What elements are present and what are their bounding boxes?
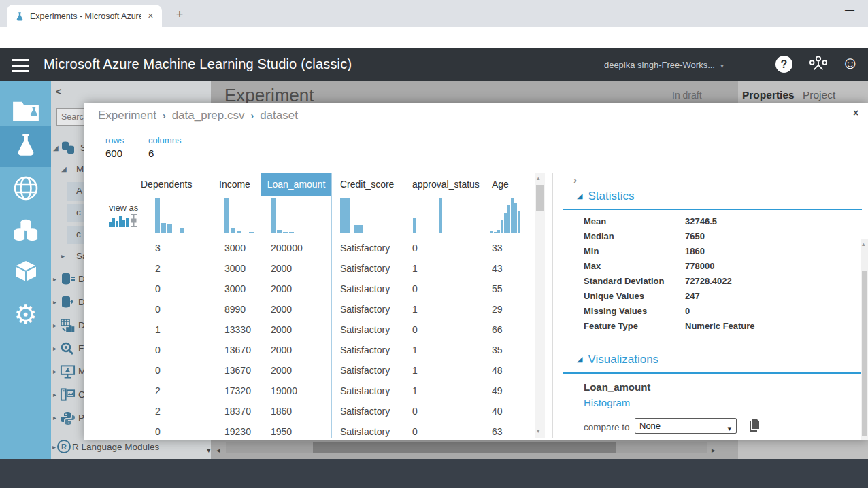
breadcrumb-experiment[interactable]: Experiment [98,109,156,122]
visualizations-section-header[interactable]: ◢Visualizations [577,353,658,366]
table-cell: 1860 [271,401,332,421]
tree-expanded-icon[interactable]: ◢ [61,165,67,173]
column-header-Age[interactable]: Age [492,173,535,196]
visualizations-underline [563,372,862,374]
breadcrumb-dataset: dataset [260,109,298,122]
favicon-flask-icon [15,12,24,21]
tree-collapsed-icon[interactable]: ▸ [53,414,56,421]
table-cell: 1950 [271,421,332,440]
table-cell: 2000 [271,258,332,279]
table-vscrollbar[interactable] [535,173,545,438]
table-cell: 0 [412,238,487,258]
browser-url-bar: ← → studio.azureml.net/Home/ViewWorkspac… [0,27,868,48]
table-cell: Satisfactory [340,340,412,360]
tree-collapsed-icon[interactable]: ▸ [53,345,56,352]
sidebar-item-experiments[interactable] [0,126,51,167]
grid-icon [60,318,75,336]
chevron-right-icon: › [163,110,166,121]
people-icon[interactable] [808,54,829,75]
tree-collapsed-icon[interactable]: ▸ [53,275,56,283]
mag-icon [60,341,75,359]
table-cell: 18370 [224,401,261,421]
panel-scroll-up-icon[interactable]: ▴ [862,241,865,247]
column-mini-histogram-Credit_score [340,198,367,233]
breadcrumb-dataset-file[interactable]: data_prep.csv [172,109,245,122]
table-cell: 17320 [224,381,261,401]
sidebar-item-trained-models[interactable] [0,252,51,293]
palette-collapse-icon[interactable]: < [56,86,61,97]
table-cell: 0 [155,421,207,440]
feedback-smiley-icon[interactable]: ☺ [841,53,859,73]
help-button[interactable]: ? [775,56,792,73]
column-header-Credit_score[interactable]: Credit_score [340,173,412,196]
table-cell: 2000 [271,299,332,319]
table-cell: 3000 [224,279,261,299]
sidebar-item-settings[interactable]: ⚙ [0,294,51,335]
tab-project[interactable]: Project [803,89,835,101]
palette-scroll-down-icon[interactable]: ▾ [207,446,211,455]
stat-label: Median [584,231,614,241]
table-cell: 55 [492,279,535,299]
column-header-approval_status[interactable]: approval_status [412,173,487,196]
panel-collapse-chevron-icon[interactable]: › [573,174,577,186]
column-header-Dependents[interactable]: Dependents [141,173,207,196]
tree-collapsed-icon[interactable]: ▸ [53,368,56,375]
new-tab-button[interactable]: + [171,7,188,23]
stat-value: 247 [685,291,700,301]
expander-icon: ◢ [577,192,582,200]
column-values-Loan_amount: 2000002000200020002000200020001900018601… [271,238,332,440]
tab-properties[interactable]: Properties [742,89,795,101]
tab-close-icon[interactable]: × [145,10,156,22]
column-values-Income: 3000300030008990133301367013670173201837… [224,238,261,440]
statistics-section-header[interactable]: ◢Statistics [577,190,635,203]
tree-collapsed-icon[interactable]: ▸ [53,391,56,398]
palette-item-label: R Language Modules [72,442,159,452]
table-cell: Satisfactory [340,381,412,401]
palette-item[interactable]: ▸RR Language Modules [51,438,211,457]
stat-row: Feature TypeNumeric Feature [584,321,856,336]
sidebar-item-projects[interactable] [0,90,51,131]
sidebar-item-web-services[interactable] [0,168,51,209]
table-cell: 40 [492,401,535,421]
tree-collapsed-icon[interactable]: ▸ [52,443,56,451]
table-cell: Satisfactory [340,299,412,319]
compare-to-select[interactable]: None ▾ [635,418,737,434]
panel-vscrollbar-thumb[interactable] [862,271,867,436]
browser-tab[interactable]: Experiments - Microsoft Azure M × [7,5,162,27]
table-cell: 13670 [224,340,261,360]
table-cell: 2000 [271,279,332,299]
workspace-dropdown[interactable]: deepika singh-Free-Works...▾ [604,60,724,70]
tree-collapsed-icon[interactable]: ▸ [61,252,65,260]
hamburger-menu-icon[interactable] [12,59,29,75]
tree-collapsed-icon[interactable]: ▸ [53,321,56,329]
tree-collapsed-icon[interactable]: ▸ [53,298,56,306]
table-cell: 2000 [271,340,332,360]
stat-row: Mean32746.5 [584,216,856,231]
hscroll-right-icon[interactable]: ▸ [712,446,716,455]
hscroll-left-icon[interactable]: ◂ [216,446,220,455]
view-as-boxplot-icon[interactable] [129,213,138,230]
copy-icon[interactable] [748,418,761,435]
histogram-link[interactable]: Histogram [584,397,630,408]
close-icon[interactable]: × [853,107,858,118]
sidebar-item-datasets[interactable] [0,210,51,251]
py-icon [60,411,75,428]
column-header-Loan_amount[interactable]: Loan_amount [261,173,332,196]
table-scroll-down-icon[interactable]: ▾ [537,428,540,434]
gear-icon: ⚙ [14,302,37,328]
window-minimize-icon[interactable]: — [845,4,854,15]
view-as-histogram-icon[interactable] [109,215,129,227]
table-scroll-up-icon[interactable]: ▴ [537,175,540,181]
table-cell: 0 [155,299,207,319]
table-vscrollbar-thumb[interactable] [536,185,544,211]
table-cell: 0 [412,319,487,340]
columns-label: columns [148,135,181,145]
stat-label: Missing Values [584,306,647,316]
tree-expanded-icon[interactable]: ◢ [53,144,59,152]
column-values-Age: 33435529663548494063 [492,238,535,440]
column-mini-histogram-Loan_amount [271,198,295,233]
column-header-Income[interactable]: Income [219,173,261,196]
table-cell: 19000 [271,381,332,401]
table-cell: 1 [412,299,487,319]
canvas-hscrollbar-thumb[interactable] [313,442,616,453]
